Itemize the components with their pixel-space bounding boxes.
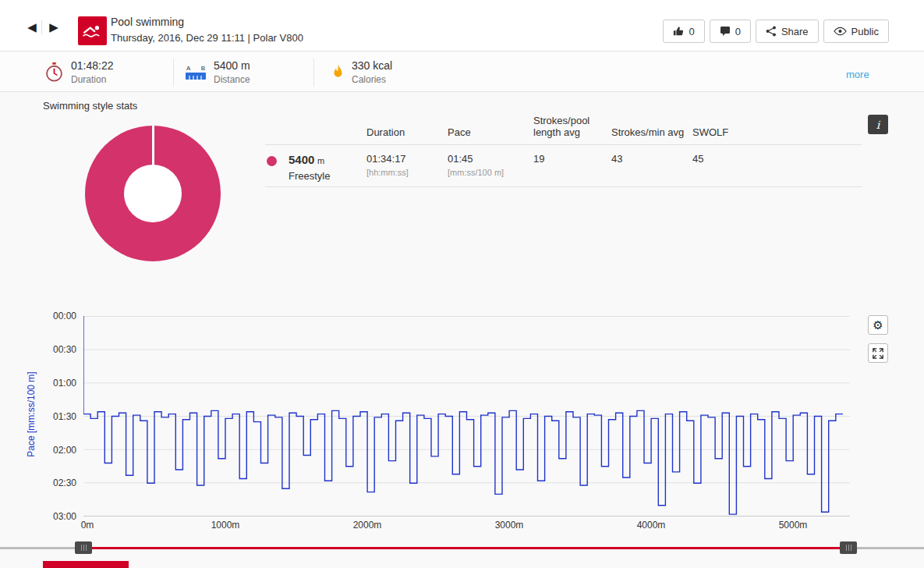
header-actions: 0 0 Share Public — [663, 20, 889, 43]
duration-cell-value: 01:34:17 — [366, 153, 409, 165]
nav-divider — [41, 20, 42, 34]
comment-bubble-icon — [720, 26, 731, 37]
next-session-button[interactable]: ▶ — [44, 17, 64, 37]
comments-button[interactable]: 0 — [710, 20, 751, 43]
freestyle-legend-dot — [267, 156, 277, 166]
distance-value: 5400 m — [214, 59, 250, 72]
icon-letter-a: A — [186, 65, 190, 72]
table-header-row: Duration Pace Strokes/pool length avg St… — [265, 111, 862, 145]
chart-settings-button[interactable]: ⚙ — [868, 315, 888, 335]
public-label: Public — [851, 26, 879, 37]
calories-label: Calories — [352, 74, 392, 85]
swimming-style-stats-title: Swimming style stats — [43, 100, 137, 112]
swimmer-icon — [83, 24, 103, 38]
x-tick-label: 1000m — [194, 520, 257, 531]
x-tick-label: 0m — [56, 520, 119, 531]
range-slider-handle-left[interactable] — [75, 541, 92, 554]
x-tick-label: 3000m — [478, 520, 540, 531]
distance-text: 5400 m Distance — [214, 59, 250, 85]
comment-count: 0 — [735, 26, 741, 37]
x-tick-label: 2000m — [336, 520, 398, 531]
col-duration: Duration — [366, 126, 405, 138]
y-tick-label: 02:00 — [31, 445, 76, 456]
swimming-style-table: Duration Pace Strokes/pool length avg St… — [265, 111, 862, 187]
chart-expand-button[interactable] — [868, 343, 888, 363]
duration-cell-unit: [hh:mm:ss] — [366, 168, 409, 177]
strokes-pool-cell: 19 — [533, 153, 607, 165]
duration-summary: 01:48:22 Duration — [45, 59, 114, 85]
gear-icon: ⚙ — [873, 318, 883, 332]
x-tick-label: 4000m — [620, 520, 682, 531]
title-block: Pool swimming Thursday, 2016, Dec 29 11:… — [111, 16, 303, 44]
ruler-icon — [186, 73, 206, 80]
icon-letter-b: B — [201, 65, 205, 72]
calories-text: 330 kcal Calories — [352, 59, 392, 85]
row-distance-value: 5400 — [289, 153, 314, 166]
next-arrow-icon: ▶ — [49, 20, 58, 34]
bottom-red-bar-fragment — [43, 561, 129, 568]
flame-icon — [332, 64, 344, 80]
previous-session-button[interactable]: ◀ — [22, 17, 42, 37]
distance-ab-icon: A B — [186, 65, 206, 80]
range-slider-handle-right[interactable] — [840, 541, 857, 554]
duration-text: 01:48:22 Duration — [71, 59, 114, 85]
duration-value: 01:48:22 — [71, 59, 114, 72]
y-tick-label: 00:00 — [31, 311, 76, 321]
pace-line-chart — [83, 316, 850, 517]
pace-cell-value: 01:45 — [448, 153, 504, 165]
col-strokes-min: Strokes/min avg — [611, 126, 684, 138]
style-name-cell: 5400 m Freestyle — [289, 153, 330, 182]
info-button[interactable]: i — [868, 115, 888, 134]
y-tick-label: 00:30 — [31, 344, 76, 355]
page-title: Pool swimming — [111, 16, 303, 28]
pace-chart-plot[interactable] — [83, 316, 850, 517]
pace-cell: 01:45 [mm:ss/100 m] — [448, 153, 504, 177]
y-tick-label: 01:00 — [31, 378, 76, 389]
summary-divider — [313, 59, 314, 87]
donut-chart — [85, 126, 221, 261]
donut-hole — [124, 165, 182, 222]
range-slider-selected — [83, 547, 848, 549]
expand-icon — [873, 348, 883, 359]
stopwatch-icon — [45, 62, 63, 82]
polar-flow-session-page: ◀ ▶ Pool swimming Thursday, 2016, Dec 29… — [0, 0, 924, 568]
row-distance-unit: m — [317, 156, 324, 165]
eye-icon — [834, 27, 847, 36]
more-link[interactable]: more — [846, 69, 869, 80]
col-swolf: SWOLF — [692, 126, 728, 138]
swimming-sport-icon — [78, 16, 107, 45]
share-icon — [766, 26, 777, 37]
x-tick-label: 5000m — [762, 520, 824, 531]
distance-summary: A B 5400 m Distance — [186, 59, 250, 85]
share-button[interactable]: Share — [756, 20, 819, 43]
y-tick-label: 01:30 — [31, 411, 76, 422]
col-strokes-pool: Strokes/pool length avg — [533, 115, 607, 138]
swolf-cell: 45 — [692, 153, 703, 165]
like-button[interactable]: 0 — [663, 20, 704, 43]
public-button[interactable]: Public — [823, 20, 889, 43]
share-label: Share — [781, 26, 809, 37]
y-tick-label: 02:30 — [31, 477, 76, 488]
distance-label: Distance — [214, 74, 250, 85]
summary-strip: 01:48:22 Duration A B 5400 m — [0, 52, 924, 92]
info-icon: i — [876, 119, 880, 131]
strokes-min-cell: 43 — [611, 153, 622, 165]
calories-summary: 330 kcal Calories — [332, 59, 392, 85]
prev-arrow-icon: ◀ — [27, 20, 37, 34]
table-row: 5400 m Freestyle 01:34:17 [hh:mm:ss] 01:… — [265, 145, 862, 187]
like-count: 0 — [689, 26, 694, 37]
summary-divider — [173, 59, 174, 87]
thumbs-up-icon — [673, 26, 684, 37]
duration-label: Duration — [71, 74, 114, 85]
style-name: Freestyle — [289, 170, 330, 182]
session-subtitle: Thursday, 2016, Dec 29 11:11 | Polar V80… — [111, 32, 303, 44]
session-header: ◀ ▶ Pool swimming Thursday, 2016, Dec 29… — [0, 0, 924, 51]
calories-value: 330 kcal — [352, 59, 392, 72]
donut-segment-gap — [152, 126, 154, 166]
col-pace: Pace — [448, 126, 471, 138]
pace-cell-unit: [mm:ss/100 m] — [448, 168, 504, 177]
duration-cell: 01:34:17 [hh:mm:ss] — [366, 153, 409, 177]
